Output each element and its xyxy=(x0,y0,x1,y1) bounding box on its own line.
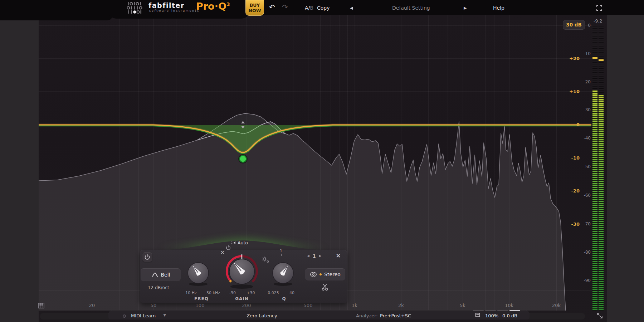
meter-scale-label--80: -80 xyxy=(584,250,591,255)
meter-scale-label--50: -50 xyxy=(584,164,591,169)
midi-learn-button[interactable]: MIDI Learn xyxy=(131,313,156,318)
bypass-button[interactable] xyxy=(142,252,152,262)
freq-label-1k: 1k xyxy=(352,303,357,308)
mini-slider-4[interactable] xyxy=(509,310,520,311)
gain-scale-label-+20: +20 xyxy=(569,56,580,61)
split-scissors-icon[interactable] xyxy=(322,283,328,291)
help-button[interactable]: Help xyxy=(493,5,504,11)
toolbar-curve xyxy=(0,15,113,20)
freq-label-5k: 5k xyxy=(460,303,465,308)
channel-mode-selector[interactable]: Stereo xyxy=(305,268,345,280)
gain-scale-label-0: 0 xyxy=(576,122,580,127)
ab-b-label: B xyxy=(310,5,313,11)
brand-name: fabfilter xyxy=(148,1,185,9)
product-title: Pro·Q3 xyxy=(196,1,230,12)
band-prev-icon[interactable]: ◀ xyxy=(307,254,309,258)
gain-auto-control[interactable]: Auto xyxy=(231,240,248,245)
analyzer-label: Analyzer: xyxy=(356,313,378,318)
preset-next-icon[interactable]: ▶ xyxy=(464,6,467,10)
freq-label-100: 100 xyxy=(196,303,205,308)
freq-label-20k: 20k xyxy=(552,303,561,308)
freq-label-50: 50 xyxy=(151,303,157,308)
meter-scale-label--60: -60 xyxy=(584,193,591,198)
zoom-level-button[interactable]: 100% xyxy=(485,313,498,318)
piano-keyboard-icon[interactable] xyxy=(38,303,45,309)
buy-now-line1: BUY xyxy=(250,3,260,8)
fabfilter-logo-icon xyxy=(127,2,143,14)
freq-label-500: 500 xyxy=(304,303,313,308)
level-meter-left xyxy=(592,26,597,311)
buy-now-line2: NOW xyxy=(249,8,261,13)
brand-subtitle: software instruments xyxy=(149,9,200,13)
copy-button[interactable]: Copy xyxy=(317,5,330,11)
shape-label: Bell xyxy=(161,272,170,278)
mini-slider-2[interactable] xyxy=(485,310,496,311)
meter-fill-left xyxy=(592,91,597,311)
stereo-active-dot xyxy=(319,273,322,275)
bell-shape-icon xyxy=(151,272,158,277)
gain-mute-button[interactable]: × xyxy=(220,249,225,255)
mini-slider-3[interactable] xyxy=(497,310,508,311)
meter-scale-label--30: -30 xyxy=(584,107,591,112)
gain-min-label: -30 xyxy=(229,291,236,295)
band-node[interactable] xyxy=(240,156,247,162)
product-name: Pro·Q xyxy=(196,1,226,12)
q-title: Q xyxy=(282,296,286,301)
level-meter-right xyxy=(599,26,604,311)
meter-scale-label--20: -20 xyxy=(584,79,591,84)
stereo-icon xyxy=(310,272,317,277)
meter-scale-label-0: 0 xyxy=(588,23,591,28)
q-default-label: 1 xyxy=(280,249,282,253)
gain-knob[interactable] xyxy=(224,253,260,290)
ab-a-label: A/ xyxy=(305,5,310,11)
fullscreen-icon[interactable] xyxy=(596,5,602,11)
latency-mode-button[interactable]: Zero Latency xyxy=(247,313,277,318)
gain-max-label: +30 xyxy=(247,291,255,295)
q-default-marker: 1 xyxy=(280,249,282,256)
freq-title: FREQ xyxy=(194,296,209,301)
buy-now-button[interactable]: BUYNOW xyxy=(245,0,264,16)
meter-scale-label--90: -90 xyxy=(584,278,591,283)
q-knob[interactable] xyxy=(270,260,296,286)
meter-fill-right xyxy=(599,95,604,311)
freq-knob[interactable] xyxy=(185,260,211,286)
analyzer-mode-button[interactable]: Pre+Post+SC xyxy=(380,313,411,318)
resize-handle-icon[interactable] xyxy=(597,313,603,319)
preset-prev-icon[interactable]: ◀ xyxy=(350,6,353,10)
meter-peak-hold-left xyxy=(592,57,597,59)
freq-label-10k: 10k xyxy=(505,303,513,308)
slope-selector[interactable]: 12 dB/oct xyxy=(148,285,169,290)
redo-icon[interactable]: ↷ xyxy=(282,4,288,11)
stereo-label: Stereo xyxy=(324,272,341,277)
gain-scale-label-+10: +10 xyxy=(569,89,580,94)
freq-max-label: 30 kHz xyxy=(206,291,220,295)
freq-label-20: 20 xyxy=(89,303,95,308)
undo-icon[interactable]: ↶ xyxy=(269,4,275,11)
gear-settings-icon[interactable] xyxy=(262,256,269,263)
mini-slider-1[interactable] xyxy=(473,310,484,311)
meter-scale-label--10: -10 xyxy=(584,51,591,56)
meter-scale-label--40: -40 xyxy=(584,136,591,141)
gain-scale-label--30: -30 xyxy=(571,221,580,227)
db-range-button[interactable]: 30 dB xyxy=(563,20,585,30)
band-power-icon[interactable] xyxy=(225,245,231,250)
product-version-sup: 3 xyxy=(226,1,230,7)
gain-scale-label--10: -10 xyxy=(571,155,580,161)
band-number: 1 xyxy=(313,253,316,259)
meter-peak-readout[interactable]: -9.2 xyxy=(594,18,602,24)
ab-toggle[interactable]: A/B xyxy=(305,5,313,11)
freq-label-2k: 2k xyxy=(398,303,404,308)
gain-scale-icon[interactable] xyxy=(475,312,480,317)
band-close-button[interactable]: × xyxy=(336,252,341,259)
midi-learn-led xyxy=(123,314,126,318)
auto-label: Auto xyxy=(238,240,248,245)
band-next-icon[interactable]: ▶ xyxy=(319,254,322,258)
power-icon xyxy=(142,252,152,262)
output-gain-readout[interactable]: 0.0 dB xyxy=(502,313,517,318)
midi-dropdown-icon[interactable]: ▼ xyxy=(163,313,166,317)
band-selector[interactable]: ◀ 1 ▶ xyxy=(307,253,322,259)
shape-selector[interactable]: Bell xyxy=(141,268,181,281)
plugin-window: fabfilter software instruments Pro·Q3 BU… xyxy=(0,0,644,322)
q-min-label: 0.025 xyxy=(268,291,279,295)
preset-name[interactable]: Default Setting xyxy=(392,5,430,11)
